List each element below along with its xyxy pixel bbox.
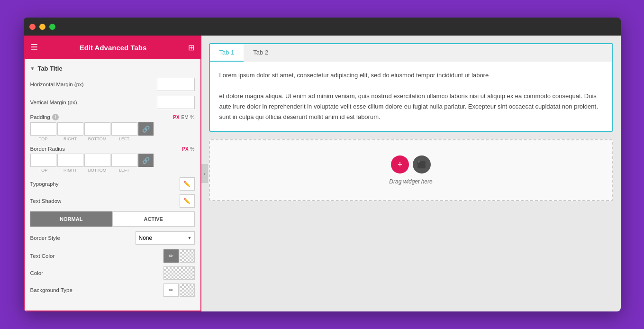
br-right-label: RIGHT <box>57 168 83 173</box>
padding-unit-percent[interactable]: % <box>190 115 195 120</box>
section-header[interactable]: ▼ Tab Title <box>30 65 195 72</box>
collapse-handle[interactable]: ‹ <box>201 164 208 183</box>
tab-2-button[interactable]: Tab 2 <box>244 44 278 62</box>
traffic-light-red[interactable] <box>29 24 36 30</box>
horizontal-margin-input[interactable] <box>157 78 195 91</box>
padding-left-input[interactable] <box>111 122 137 136</box>
section-arrow: ▼ <box>30 66 35 71</box>
tab-content-text-2: et dolore magna aliqua. Ut enim ad minim… <box>219 91 603 122</box>
padding-right-input[interactable] <box>57 122 83 136</box>
padding-bottom-input[interactable] <box>84 122 110 136</box>
border-radius-unit-percent[interactable]: % <box>190 146 195 152</box>
panel-title: Edit Advanced Tabs <box>80 44 147 52</box>
tab-widget: Tab 1 Tab 2 Lorem ipsum dolor sit amet, … <box>209 43 613 132</box>
border-radius-sub-labels: TOP RIGHT BOTTOM LEFT <box>30 168 195 173</box>
color-label: Color <box>30 270 43 276</box>
br-bottom-label: BOTTOM <box>84 168 110 173</box>
border-radius-right-input[interactable] <box>57 154 83 167</box>
padding-right-label: RIGHT <box>57 137 83 141</box>
color-checker-button[interactable] <box>163 266 195 280</box>
padding-link-button[interactable]: 🔗 <box>138 122 154 136</box>
browser-window: ☰ Edit Advanced Tabs ⊞ ▼ Tab Title Horiz… <box>24 18 621 311</box>
padding-inputs <box>30 122 137 136</box>
grid-icon[interactable]: ⊞ <box>188 43 194 52</box>
tab-content: Lorem ipsum dolor sit amet, consectetur … <box>210 62 612 131</box>
text-shadow-row: Text Shadow ✏️ <box>30 194 195 208</box>
vertical-margin-label: Vertical Margin (px) <box>30 100 77 105</box>
typography-label: Typography <box>30 181 59 187</box>
br-left-label: LEFT <box>111 168 137 173</box>
drop-zone-text: Drag widget here <box>389 178 432 185</box>
typography-edit-button[interactable]: ✏️ <box>180 177 195 191</box>
br-top-label: TOP <box>30 168 56 173</box>
typography-row: Typography ✏️ <box>30 177 195 191</box>
text-color-checker-button[interactable] <box>180 249 195 263</box>
padding-unit-em[interactable]: EM <box>181 115 189 120</box>
section-title: Tab Title <box>37 65 62 72</box>
horizontal-margin-row: Horizontal Margin (px) <box>30 78 195 91</box>
border-radius-inputs <box>30 154 137 167</box>
panel-header: ☰ Edit Advanced Tabs ⊞ <box>24 36 201 59</box>
browser-content: ☰ Edit Advanced Tabs ⊞ ▼ Tab Title Horiz… <box>24 36 621 311</box>
padding-label: Padding i <box>30 114 59 120</box>
padding-units: PX EM % <box>173 115 194 120</box>
color-row: Color <box>30 266 195 280</box>
border-radius-section: Border Radius PX % 🔗 <box>30 146 195 173</box>
vertical-margin-input[interactable] <box>157 96 195 109</box>
traffic-light-yellow[interactable] <box>39 24 45 30</box>
vertical-margin-row: Vertical Margin (px) <box>30 96 195 109</box>
text-color-brush-button[interactable]: ✏ <box>163 249 179 263</box>
horizontal-margin-label: Horizontal Margin (px) <box>30 82 84 87</box>
drop-zone: + ⬛ Drag widget here <box>209 139 613 201</box>
border-radius-top-input[interactable] <box>30 154 56 167</box>
border-radius-unit-px[interactable]: PX <box>182 146 188 152</box>
normal-tab[interactable]: NORMAL <box>30 211 113 227</box>
border-style-select[interactable]: None Solid Dashed Dotted <box>136 231 195 245</box>
border-radius-label: Border Radius <box>30 146 65 152</box>
border-radius-units: PX % <box>182 146 194 152</box>
drop-zone-buttons: + ⬛ <box>391 155 431 174</box>
border-style-select-wrapper: None Solid Dashed Dotted <box>136 231 195 245</box>
background-type-buttons: ✏ <box>163 283 195 297</box>
background-type-checker-button[interactable] <box>180 283 195 297</box>
padding-unit-px[interactable]: PX <box>173 115 179 120</box>
folder-icon: ⬛ <box>417 160 426 169</box>
background-type-brush-button[interactable]: ✏ <box>163 283 179 297</box>
normal-active-tabs: NORMAL ACTIVE <box>30 211 195 227</box>
tab-1-button[interactable]: Tab 1 <box>210 44 244 62</box>
tab-content-text: Lorem ipsum dolor sit amet, consectetur … <box>219 70 603 81</box>
text-color-row: Text Color ✏ <box>30 249 195 263</box>
panel-body: ▼ Tab Title Horizontal Margin (px) Verti… <box>24 59 201 311</box>
tab-nav: Tab 1 Tab 2 <box>210 44 612 62</box>
border-radius-link-button[interactable]: 🔗 <box>138 154 154 167</box>
color-buttons <box>163 266 195 280</box>
padding-left-label: LEFT <box>111 137 137 141</box>
menu-icon[interactable]: ☰ <box>30 42 38 53</box>
background-type-label: Background Type <box>30 287 73 293</box>
text-shadow-edit-button[interactable]: ✏️ <box>180 194 195 208</box>
text-shadow-label: Text Shadow <box>30 198 62 204</box>
right-content: ‹ Tab 1 Tab 2 Lorem ipsum dolor sit amet… <box>201 36 621 311</box>
border-style-row: Border Style None Solid Dashed Dotted <box>30 231 195 245</box>
browser-titlebar <box>24 18 621 36</box>
plus-icon: + <box>398 160 403 170</box>
left-panel: ☰ Edit Advanced Tabs ⊞ ▼ Tab Title Horiz… <box>24 36 201 311</box>
padding-section: Padding i PX EM % <box>30 114 195 141</box>
padding-top-input[interactable] <box>30 122 56 136</box>
background-type-row: Background Type ✏ <box>30 283 195 297</box>
border-radius-left-input[interactable] <box>111 154 137 167</box>
padding-bottom-label: BOTTOM <box>84 137 110 141</box>
text-color-buttons: ✏ <box>163 249 195 263</box>
padding-sub-labels: TOP RIGHT BOTTOM LEFT <box>30 137 195 141</box>
border-radius-label-row: Border Radius PX % <box>30 146 195 152</box>
folder-button[interactable]: ⬛ <box>413 155 431 174</box>
traffic-light-green[interactable] <box>49 24 55 30</box>
text-color-label: Text Color <box>30 253 55 259</box>
border-style-label: Border Style <box>30 235 60 241</box>
padding-info-icon: i <box>52 114 59 120</box>
padding-label-row: Padding i PX EM % <box>30 114 195 120</box>
active-tab-btn[interactable]: ACTIVE <box>112 211 195 227</box>
border-radius-bottom-input[interactable] <box>84 154 110 167</box>
add-widget-button[interactable]: + <box>391 155 409 174</box>
padding-top-label: TOP <box>30 137 56 141</box>
